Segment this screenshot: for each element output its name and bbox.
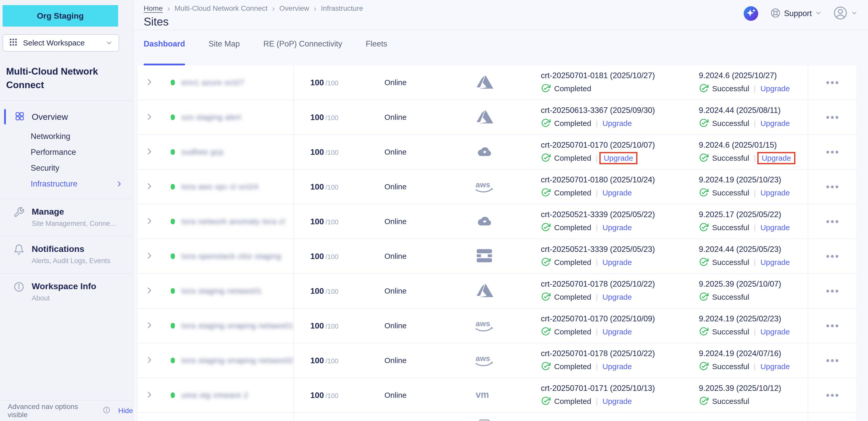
cert-upgrade-link[interactable]: Upgrade	[599, 152, 638, 164]
status-text: Online	[366, 78, 442, 87]
row-menu-button[interactable]	[823, 78, 842, 88]
sidebar-item-networking[interactable]: Networking	[0, 129, 133, 144]
breadcrumb-item-home[interactable]: Home	[144, 4, 163, 12]
tab-dashboard[interactable]: Dashboard	[144, 39, 185, 65]
hide-nav-link[interactable]: Hide	[118, 407, 133, 415]
version-upgrade-link[interactable]: Upgrade	[761, 223, 790, 232]
workspace-selector[interactable]: Select Workspace	[3, 34, 119, 52]
success-check-icon	[699, 396, 709, 407]
sidebar-section-workspace-info[interactable]: Workspace InfoAbout	[0, 273, 133, 311]
sidebar-item-performance[interactable]: Performance	[0, 144, 133, 160]
sidebar-section-notifications[interactable]: NotificationsAlerts, Audit Logs, Events	[0, 236, 133, 273]
status-text: Online	[366, 183, 442, 191]
gcp-icon	[474, 213, 494, 230]
site-name[interactable]: env1 azure oct27	[182, 78, 244, 87]
separator: |	[754, 223, 756, 232]
expand-chevron-icon[interactable]	[145, 321, 154, 330]
site-name[interactable]: tora staging onaping netaws02	[182, 356, 293, 365]
support-menu[interactable]: Support	[770, 8, 822, 20]
row-menu-button[interactable]	[823, 217, 842, 227]
cert-status: Completed	[554, 84, 591, 93]
site-name[interactable]: tora staging netaws01	[182, 287, 262, 295]
chevron-down-icon	[105, 39, 113, 47]
overview-grid-icon	[15, 111, 25, 122]
health-score-total: /100	[326, 357, 338, 365]
success-check-icon	[699, 188, 709, 198]
health-score: 100	[310, 286, 324, 296]
cert-upgrade-link[interactable]: Upgrade	[602, 362, 632, 371]
expand-chevron-icon[interactable]	[145, 251, 154, 261]
chevron-right-icon	[116, 180, 123, 188]
tab-site-map[interactable]: Site Map	[209, 39, 240, 65]
sidebar-sections: ManageSite Management, Conne...Notificat…	[0, 198, 133, 311]
cert-upgrade-link[interactable]: Upgrade	[602, 189, 632, 197]
expand-chevron-icon[interactable]	[145, 78, 154, 87]
version-upgrade-link[interactable]: Upgrade	[761, 327, 790, 336]
row-menu-button[interactable]	[823, 182, 842, 192]
cert-upgrade-link[interactable]: Upgrade	[602, 223, 632, 232]
version-status: Successful	[712, 154, 749, 162]
openstack-icon	[475, 247, 494, 265]
vmware-icon: vm	[474, 389, 495, 401]
tab-bar: DashboardSite MapRE (PoP) ConnectivityFl…	[133, 30, 868, 65]
expand-chevron-icon[interactable]	[145, 286, 154, 296]
site-name[interactable]: tora network anomaly tora cl	[182, 217, 285, 226]
sidebar-item-label: Overview	[32, 112, 68, 122]
azure-icon	[475, 282, 493, 300]
expand-chevron-icon[interactable]	[145, 217, 154, 226]
version-label: 9.2024.44 (2025/08/11)	[699, 106, 790, 115]
expand-chevron-icon[interactable]	[145, 182, 154, 192]
site-name[interactable]: sudhee gcp	[182, 148, 224, 156]
sidebar-item-security[interactable]: Security	[0, 160, 133, 176]
row-menu-button[interactable]	[823, 251, 842, 261]
row-menu-button[interactable]	[823, 147, 842, 157]
version-upgrade-link[interactable]: Upgrade	[761, 119, 790, 128]
breadcrumb-item-infrastructure[interactable]: Infrastructure	[321, 4, 363, 12]
cert-status: Completed	[554, 293, 591, 301]
site-name[interactable]: szs staging alert	[182, 113, 241, 122]
sidebar-item-infrastructure[interactable]: Infrastructure	[0, 176, 133, 192]
divider	[293, 413, 294, 421]
version-upgrade-link[interactable]: Upgrade	[761, 189, 790, 197]
version-upgrade-link[interactable]: Upgrade	[761, 84, 790, 93]
expand-chevron-icon[interactable]	[145, 112, 154, 122]
cert-upgrade-link[interactable]: Upgrade	[602, 258, 632, 267]
success-check-icon	[699, 326, 709, 337]
cert-upgrade-link[interactable]: Upgrade	[602, 293, 632, 301]
row-menu-button[interactable]	[823, 390, 842, 400]
expand-chevron-icon[interactable]	[145, 147, 154, 157]
cert-upgrade-link[interactable]: Upgrade	[602, 119, 632, 128]
version-upgrade-link[interactable]: Upgrade	[761, 362, 790, 371]
account-menu[interactable]	[833, 6, 858, 21]
row-menu-button[interactable]	[823, 286, 842, 296]
version-upgrade-link[interactable]: Upgrade	[761, 258, 790, 267]
row-menu-button[interactable]	[823, 112, 842, 122]
row-menu-button[interactable]	[823, 356, 842, 365]
cert-upgrade-link[interactable]: Upgrade	[602, 397, 632, 406]
org-button[interactable]: Org Staging	[3, 5, 118, 27]
workspace-selector-label: Select Workspace	[23, 39, 85, 47]
breadcrumb-item-multi-cloud-network-connect[interactable]: Multi-Cloud Network Connect	[175, 4, 268, 12]
health-score: 100	[310, 252, 324, 261]
row-menu-button[interactable]	[823, 321, 842, 331]
tab-re-pop-connectivity[interactable]: RE (PoP) Connectivity	[263, 39, 342, 65]
tab-fleets[interactable]: Fleets	[366, 39, 387, 65]
expand-chevron-icon[interactable]	[145, 356, 154, 365]
site-name[interactable]: tora openstack cbiz staging	[182, 252, 281, 261]
ai-assistant-button[interactable]	[743, 6, 759, 22]
version-upgrade-link[interactable]: Upgrade	[757, 152, 796, 164]
main-content: Home›Multi-Cloud Network Connect›Overvie…	[133, 0, 868, 421]
site-name[interactable]: uma stg vmware 2	[182, 391, 248, 399]
gcp-icon	[474, 143, 494, 161]
site-name[interactable]: tora aws vpc cl oct24	[182, 183, 258, 191]
breadcrumb-item-overview[interactable]: Overview	[279, 4, 309, 12]
success-check-icon	[541, 222, 551, 233]
success-check-icon	[699, 257, 709, 268]
sidebar-section-manage[interactable]: ManageSite Management, Conne...	[0, 198, 133, 236]
expand-chevron-icon[interactable]	[145, 390, 154, 400]
separator: |	[596, 362, 598, 371]
site-name[interactable]: tora staging onaping netaws01	[182, 321, 293, 330]
version-status: Successful	[712, 189, 749, 197]
sidebar-item-overview[interactable]: Overview	[0, 105, 133, 129]
cert-upgrade-link[interactable]: Upgrade	[602, 327, 632, 336]
